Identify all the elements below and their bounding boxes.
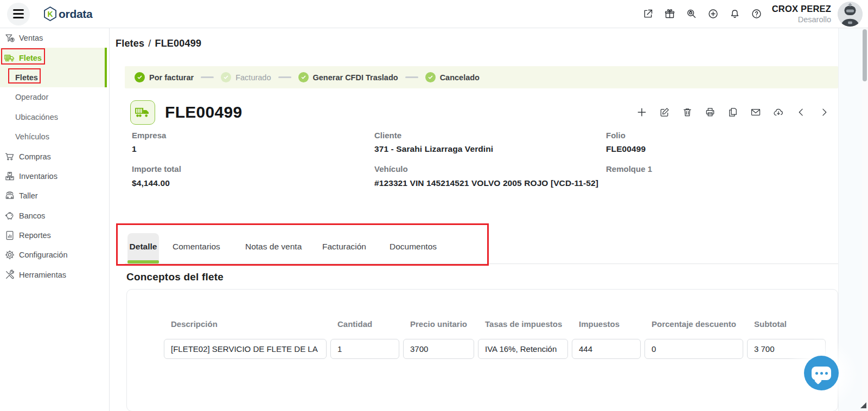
- record-type-tile: [130, 100, 155, 125]
- download-button[interactable]: [773, 107, 784, 118]
- envelope-icon: [750, 107, 761, 118]
- topbar-actions: CROX PEREZ Desarollo: [637, 2, 868, 27]
- sidebar-item-label: Herramientas: [19, 271, 66, 279]
- tab-comentarios[interactable]: Comentarios: [173, 242, 220, 252]
- sidebar-subitem-fletes[interactable]: Fletes: [0, 68, 109, 87]
- gift-icon: [664, 8, 675, 20]
- sidebar-item-herramientas[interactable]: Herramientas: [0, 265, 109, 285]
- svg-text:K: K: [47, 10, 53, 18]
- trash-icon: [682, 107, 693, 118]
- field-empresa: Empresa 1: [132, 130, 365, 156]
- porcentaje-descuento-input[interactable]: [644, 339, 743, 359]
- tab-facturacion[interactable]: Facturación: [322, 242, 366, 252]
- step-cancelado[interactable]: Cancelado: [425, 72, 480, 82]
- step-connector: [201, 76, 214, 78]
- sidebar-item-label: Configuración: [19, 251, 67, 259]
- chevron-right-icon: [819, 107, 829, 118]
- field-label: Cliente: [374, 130, 613, 141]
- step-facturado[interactable]: Facturado: [221, 72, 271, 82]
- plus-icon: [636, 107, 647, 118]
- app-logo[interactable]: K ordata: [43, 6, 92, 22]
- delete-button[interactable]: [681, 107, 693, 118]
- check-icon: [425, 72, 436, 82]
- sidebar-item-configuracion[interactable]: Configuración: [0, 245, 109, 265]
- next-record-button[interactable]: [818, 107, 829, 118]
- tab-notas-de-venta[interactable]: Notas de venta: [245, 242, 302, 252]
- tab-detalle[interactable]: Detalle: [127, 233, 159, 260]
- copy-button[interactable]: [727, 107, 738, 118]
- rewards-button[interactable]: [659, 3, 681, 25]
- breadcrumb: Fletes/FLE00499: [116, 38, 201, 49]
- field-value: 1: [132, 143, 365, 156]
- record-fields-col1: Empresa 1 Importe total $4,144.00: [132, 130, 365, 198]
- sidebar-subitem-ubicaciones[interactable]: Ubicaciónes: [0, 107, 109, 127]
- scrollbar-thumb[interactable]: [863, 29, 867, 81]
- record-fields-col2: Cliente 371 - Sarahi Lizarraga Verdini V…: [374, 130, 613, 198]
- sidebar-item-taller[interactable]: Taller: [0, 186, 109, 206]
- logo-text: ordata: [59, 8, 92, 21]
- column-header-tasas: Tasas de impuestos: [478, 318, 568, 330]
- step-connector: [278, 76, 291, 78]
- descripcion-input[interactable]: [164, 339, 327, 359]
- add-button[interactable]: [636, 107, 647, 118]
- previous-record-button[interactable]: [795, 107, 807, 118]
- tasas-impuestos-input[interactable]: [478, 339, 568, 359]
- field-value: $4,144.00: [132, 177, 365, 190]
- sidebar-item-label: Vehículos: [15, 132, 49, 141]
- user-menu[interactable]: CROX PEREZ Desarollo: [772, 3, 831, 24]
- step-por-facturar[interactable]: Por facturar: [135, 72, 194, 82]
- step-connector: [405, 76, 418, 78]
- breadcrumb-section[interactable]: Fletes: [116, 38, 144, 49]
- sidebar-item-inventarios[interactable]: Inventarios: [0, 166, 109, 186]
- menu-toggle-button[interactable]: [7, 3, 30, 25]
- search-icon: [686, 8, 697, 20]
- external-link-button[interactable]: [637, 3, 659, 25]
- right-gutter: [838, 28, 862, 411]
- impuestos-input[interactable]: [572, 339, 641, 359]
- avatar[interactable]: [838, 2, 863, 27]
- sidebar-item-ventas[interactable]: Ventas: [0, 28, 109, 48]
- sidebar-subitem-vehiculos[interactable]: Vehículos: [0, 127, 109, 146]
- field-label: Remolque 1: [606, 164, 834, 175]
- printer-icon: [705, 107, 716, 118]
- record-fields-col3: Folio FLE00499 Remolque 1: [606, 130, 834, 183]
- sidebar-item-bancos[interactable]: Bancos: [0, 206, 109, 226]
- top-bar: K ordata: [0, 0, 868, 28]
- cloud-download-icon: [773, 107, 784, 118]
- print-button[interactable]: [704, 107, 716, 118]
- email-button[interactable]: [750, 107, 761, 118]
- global-search-button[interactable]: [681, 3, 703, 25]
- sidebar-subitem-operador[interactable]: Operador: [0, 87, 109, 107]
- external-link-icon: [642, 8, 654, 20]
- check-icon: [135, 72, 145, 82]
- sidebar-item-label: Ubicaciónes: [15, 113, 58, 121]
- sidebar-item-compras[interactable]: Compras: [0, 146, 109, 166]
- tab-documentos[interactable]: Documentos: [390, 242, 437, 252]
- hamburger-icon: [13, 9, 24, 19]
- field-label: Importe total: [132, 164, 365, 175]
- sidebar-item-fletes[interactable]: Fletes: [0, 48, 109, 67]
- vertical-scrollbar[interactable]: [862, 28, 868, 411]
- notifications-button[interactable]: [724, 3, 746, 25]
- truck-icon: [135, 106, 151, 119]
- cantidad-input[interactable]: [330, 339, 399, 359]
- sidebar: Ventas Fletes Fletes Operador Ubicacióne…: [0, 28, 110, 411]
- subtotal-input[interactable]: [747, 339, 826, 359]
- sidebar-item-label: Operador: [15, 93, 48, 101]
- user-name: CROX PEREZ: [772, 3, 831, 15]
- table-header-row: Descripción Cantidad Precio unitario Tas…: [127, 290, 838, 330]
- column-header-porcentaje: Porcentaje descuento: [644, 318, 743, 330]
- quick-add-button[interactable]: [703, 3, 724, 25]
- record-header: FLE00499: [130, 100, 833, 125]
- edit-icon: [659, 107, 670, 118]
- sidebar-item-reportes[interactable]: Reportes: [0, 226, 109, 245]
- column-header-precio-unitario: Precio unitario: [403, 318, 474, 330]
- field-remolque: Remolque 1: [606, 164, 834, 175]
- precio-unitario-input[interactable]: [403, 339, 474, 359]
- check-icon: [221, 72, 231, 82]
- help-button[interactable]: [746, 3, 768, 25]
- chat-fab-button[interactable]: [804, 356, 839, 390]
- step-generar-cfdi[interactable]: Generar CFDI Traslado: [298, 72, 398, 82]
- record-actions: [636, 107, 833, 118]
- edit-button[interactable]: [659, 107, 670, 118]
